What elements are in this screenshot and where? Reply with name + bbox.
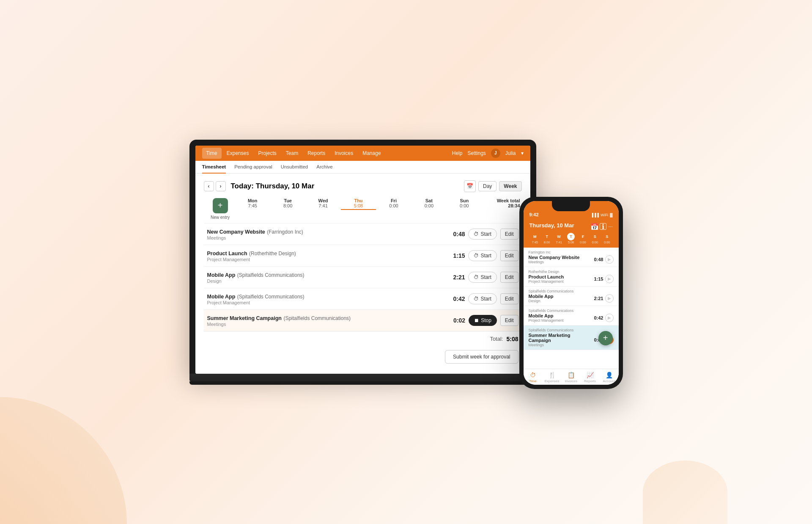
phone-date-title: Thursday, 10 Mar bbox=[529, 222, 574, 229]
phone-day-letter-mon: M bbox=[531, 233, 539, 240]
phone-entry-name-0: New Company Website bbox=[529, 255, 580, 260]
phone-notch bbox=[552, 201, 590, 211]
day-view-button[interactable]: Day bbox=[478, 181, 497, 191]
phone-day-hours-wed: 7:41 bbox=[556, 240, 562, 244]
nav-help[interactable]: Help bbox=[452, 150, 463, 156]
nav-reports[interactable]: Reports bbox=[303, 148, 329, 159]
day-hours-sun: 0:00 bbox=[460, 203, 469, 208]
phone-entry-client-4: Spitalfields Communications bbox=[529, 328, 614, 332]
phone-nav-time[interactable]: ⏱ Time bbox=[524, 372, 543, 383]
phone-entry-dur-2: 2:21 bbox=[594, 296, 603, 301]
tab-archive[interactable]: Archive bbox=[316, 161, 332, 174]
entry-stop-button-4[interactable]: ⏹ Stop bbox=[469, 315, 497, 326]
tab-unsubmitted[interactable]: Unsubmitted bbox=[281, 161, 308, 174]
phone-body: 9:42 ▐▐▐ WiFi ▓ Thursday, 10 Mar 📅 ℹ bbox=[519, 197, 623, 389]
entry-start-button-0[interactable]: ⏱ Start bbox=[468, 229, 497, 240]
scene-container: Time Expenses Projects Team Reports Invo… bbox=[189, 140, 623, 385]
phone-entry-cat-2: Design bbox=[529, 299, 554, 303]
phone-entry-3: Spitalfields Communications Mobile App P… bbox=[524, 306, 619, 325]
day-hours-wed: 7:41 bbox=[318, 203, 327, 208]
phone-nav-expenses-icon: 🍴 bbox=[549, 372, 556, 378]
clock-icon-0: ⏱ bbox=[474, 231, 479, 237]
signal-icon: ▐▐▐ bbox=[591, 213, 599, 217]
phone-header-action-icons: 📅 ℹ ··· bbox=[591, 223, 612, 230]
entry-duration-3: 0:42 bbox=[448, 295, 465, 302]
phone-day-tab-mon[interactable]: M 7:45 bbox=[529, 233, 540, 244]
entry-start-button-2[interactable]: ⏱ Start bbox=[468, 272, 497, 283]
phone-entry-row-2: Mobile App Design 2:21 ▶ bbox=[529, 294, 614, 303]
phone-day-letter-wed: W bbox=[555, 233, 563, 240]
nav-time[interactable]: Time bbox=[202, 148, 222, 159]
entry-edit-button-1[interactable]: Edit bbox=[500, 250, 518, 261]
phone-entry-2: Spitalfields Communications Mobile App D… bbox=[524, 287, 619, 306]
nav-invoices[interactable]: Invoices bbox=[330, 148, 357, 159]
time-entry-0: New Company Website (Farringdon Inc) Mee… bbox=[204, 223, 522, 245]
entry-start-button-1[interactable]: ⏱ Start bbox=[468, 250, 497, 261]
new-entry-button[interactable]: + New entry bbox=[206, 198, 235, 220]
entry-project-0: New Company Website bbox=[207, 229, 265, 235]
phone-day-letter-tue: T bbox=[543, 233, 551, 240]
phone-entry-dur-1: 1:15 bbox=[594, 276, 603, 281]
phone-nav-reports[interactable]: 📈 Reports bbox=[581, 372, 600, 383]
entry-category-2: Design bbox=[207, 279, 445, 284]
nav-settings[interactable]: Settings bbox=[467, 150, 486, 156]
week-total-label: Week total bbox=[482, 198, 520, 203]
phone-entry-main-1: Product Launch Project Management bbox=[529, 274, 564, 284]
user-avatar[interactable]: J bbox=[491, 149, 500, 158]
phone-entry-row-0: New Company Website Meetings 0:48 ▶ bbox=[529, 255, 614, 264]
phone-entry-dur-3: 0:42 bbox=[594, 315, 603, 320]
phone-day-tab-sat[interactable]: S 0:00 bbox=[590, 233, 601, 244]
prev-date-button[interactable]: ‹ bbox=[204, 181, 214, 191]
phone-entry-client-2: Spitalfields Communications bbox=[529, 289, 614, 293]
nav-manage[interactable]: Manage bbox=[358, 148, 385, 159]
phone-day-tab-wed[interactable]: W 7:41 bbox=[553, 233, 564, 244]
phone-fab-button[interactable]: + bbox=[598, 331, 613, 345]
phone-nav-invoices[interactable]: 📋 Invoices bbox=[562, 372, 581, 383]
entry-info-0: New Company Website (Farringdon Inc) Mee… bbox=[207, 228, 445, 240]
phone-nav-reports-icon: 📈 bbox=[587, 372, 594, 378]
wifi-icon: WiFi bbox=[601, 213, 608, 217]
week-total-value: 28:34 bbox=[482, 203, 520, 208]
phone-day-tab-sun[interactable]: S 0:00 bbox=[601, 233, 612, 244]
phone-day-tab-tue[interactable]: T 8:00 bbox=[541, 233, 552, 244]
phone-entry-play-0[interactable]: ▶ bbox=[605, 255, 614, 264]
entry-project-4: Summer Marketing Campaign bbox=[207, 315, 282, 321]
calendar-icon-button[interactable]: 📅 bbox=[464, 180, 476, 192]
phone-entry-play-3[interactable]: ▶ bbox=[605, 314, 614, 322]
phone-calendar-icon[interactable]: 📅 bbox=[591, 223, 598, 230]
phone-entry-play-2[interactable]: ▶ bbox=[605, 294, 614, 303]
nav-expenses[interactable]: Expenses bbox=[222, 148, 253, 159]
day-col-mon: Mon 7:45 bbox=[235, 198, 270, 220]
day-hours-tue: 8:00 bbox=[283, 203, 292, 208]
week-view-button[interactable]: Week bbox=[499, 181, 521, 191]
entry-info-3: Mobile App (Spitalfields Communications)… bbox=[207, 292, 445, 305]
submit-week-button[interactable]: Submit week for approval bbox=[445, 350, 518, 364]
phone-nav-account[interactable]: 👤 Account bbox=[600, 372, 619, 383]
entry-client-4: (Spitalfields Communications) bbox=[283, 315, 351, 321]
entry-client-0: (Farringdon Inc) bbox=[267, 229, 303, 235]
phone-day-tab-fri[interactable]: F 0:00 bbox=[577, 233, 588, 244]
tab-timesheet[interactable]: Timesheet bbox=[202, 161, 226, 174]
phone-day-tab-thu[interactable]: T 5:08 bbox=[565, 233, 576, 244]
entry-project-3: Mobile App bbox=[207, 294, 236, 300]
entry-edit-button-2[interactable]: Edit bbox=[500, 272, 518, 283]
entry-start-label-2: Start bbox=[480, 274, 491, 280]
entry-info-4: Summer Marketing Campaign (Spitalfields … bbox=[207, 314, 445, 327]
next-date-button[interactable]: › bbox=[216, 181, 226, 191]
total-value: 5:08 bbox=[506, 336, 518, 342]
phone-entry-row-1: Product Launch Project Management 1:15 ▶ bbox=[529, 274, 614, 284]
phone-entry-play-1[interactable]: ▶ bbox=[605, 275, 614, 283]
entry-edit-button-4[interactable]: Edit bbox=[500, 315, 518, 326]
entry-project-2: Mobile App bbox=[207, 272, 236, 278]
phone-nav-expenses[interactable]: 🍴 Expenses bbox=[543, 372, 562, 383]
phone-info-icon[interactable]: ℹ bbox=[600, 223, 606, 230]
phone-nav-invoices-icon: 📋 bbox=[568, 372, 575, 378]
entry-edit-button-0[interactable]: Edit bbox=[500, 229, 518, 240]
tab-pending-approval[interactable]: Pending approval bbox=[234, 161, 272, 174]
entry-edit-button-3[interactable]: Edit bbox=[500, 293, 518, 304]
phone-day-hours-fri: 0:00 bbox=[580, 240, 586, 244]
nav-projects[interactable]: Projects bbox=[254, 148, 280, 159]
entry-start-button-3[interactable]: ⏱ Start bbox=[468, 293, 497, 304]
phone-more-icon[interactable]: ··· bbox=[608, 223, 612, 229]
nav-team[interactable]: Team bbox=[282, 148, 302, 159]
